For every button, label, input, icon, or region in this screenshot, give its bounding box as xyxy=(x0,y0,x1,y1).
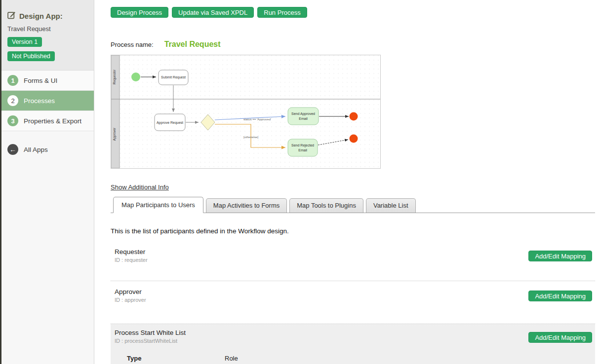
participant-name: Process Start White List xyxy=(115,329,595,336)
tab-map-tools-to-plugins[interactable]: Map Tools to Plugins xyxy=(289,198,363,213)
sidebar-header: Design App: Travel Request Version 1 Not… xyxy=(1,0,94,70)
participant-id: ID : processStartWhiteList xyxy=(115,338,595,344)
design-app-label: Design App: xyxy=(19,12,63,20)
process-name-row: Process name: Travel Request xyxy=(111,40,595,49)
add-edit-mapping-button-process-start-white-list[interactable]: Add/Edit Mapping xyxy=(528,332,592,343)
design-app-page: Design App: Travel Request Version 1 Not… xyxy=(0,0,600,364)
process-diagram-thumbnail: Requester Approver Submit Request Approv… xyxy=(111,55,381,169)
edge-label-otherwise: [otherwise] xyxy=(243,135,258,139)
mapping-tabs: Map Participants to Users Map Activities… xyxy=(111,197,595,213)
publish-status-badge: Not Published xyxy=(7,51,55,61)
tool-label: Email xyxy=(298,148,307,152)
design-process-button[interactable]: Design Process xyxy=(111,7,168,18)
update-xpdl-button[interactable]: Update via Saved XPDL xyxy=(172,7,254,18)
tool-send-approved-email xyxy=(288,108,319,125)
sidebar-item-forms-ui[interactable]: 1 Forms & UI xyxy=(1,71,94,91)
sidebar-nav: 1 Forms & UI 2 Processes 3 Properties & … xyxy=(1,70,94,131)
process-name-value: Travel Request xyxy=(164,40,221,49)
participant-name: Requester xyxy=(115,248,595,255)
add-edit-mapping-button-requester[interactable]: Add/Edit Mapping xyxy=(528,251,592,261)
tab-map-participants-to-users[interactable]: Map Participants to Users xyxy=(113,197,203,213)
activity-label: Submit Request xyxy=(161,75,186,79)
sidebar-item-processes[interactable]: 2 Processes xyxy=(1,91,94,111)
version-badge: Version 1 xyxy=(7,37,42,47)
step-3-badge: 3 xyxy=(7,115,18,126)
participants-intro-text: This is the list of participants defined… xyxy=(111,227,595,235)
process-toolbar: Design Process Update via Saved XPDL Run… xyxy=(111,7,595,18)
tool-label: Send Approved xyxy=(291,112,315,116)
all-apps-label: All Apps xyxy=(24,146,48,153)
tool-label: Send Rejected xyxy=(291,144,314,147)
participant-id: ID : requester xyxy=(115,257,595,263)
run-process-button[interactable]: Run Process xyxy=(257,7,307,18)
start-event-node xyxy=(131,73,140,81)
participant-row-requester: Requester ID : requester Add/Edit Mappin… xyxy=(111,245,595,281)
process-name-label: Process name: xyxy=(111,41,154,48)
step-2-badge: 2 xyxy=(7,95,18,106)
step-1-badge: 1 xyxy=(7,75,18,86)
participant-name: Approver xyxy=(115,288,595,295)
activity-label: Approve Request xyxy=(157,121,183,125)
main-content: Design Process Update via Saved XPDL Run… xyxy=(94,0,600,364)
mapping-type-label: Type xyxy=(127,355,225,362)
edge-label-approved: status == 'Approved' xyxy=(243,117,271,121)
end-event-node-approved xyxy=(350,112,358,121)
sidebar-dark-edge xyxy=(0,0,1,364)
sidebar: Design App: Travel Request Version 1 Not… xyxy=(0,0,94,364)
edit-pencil-icon xyxy=(7,11,16,21)
show-additional-info-link[interactable]: Show Additional Info xyxy=(111,183,169,191)
tab-map-activities-to-forms[interactable]: Map Activities to Forms xyxy=(206,198,287,213)
mapping-details: Type Role Value Admin xyxy=(127,355,595,364)
tool-label: Email xyxy=(299,117,308,120)
end-event-node-rejected xyxy=(350,135,358,143)
back-arrow-icon: ← xyxy=(7,144,18,155)
sidebar-item-properties-export[interactable]: 3 Properties & Export xyxy=(1,111,94,131)
tab-variable-list[interactable]: Variable List xyxy=(366,198,416,213)
sidebar-item-label: Properties & Export xyxy=(24,117,81,125)
sidebar-item-label: Forms & UI xyxy=(24,77,57,84)
lane-label-requester: Requester xyxy=(113,69,117,84)
sidebar-item-label: Processes xyxy=(24,97,55,105)
add-edit-mapping-button-approver[interactable]: Add/Edit Mapping xyxy=(528,291,592,301)
tool-send-rejected-email xyxy=(288,139,318,156)
app-name: Travel Request xyxy=(7,25,88,33)
participant-id: ID : approver xyxy=(115,297,595,303)
sidebar-item-all-apps[interactable]: ← All Apps xyxy=(1,140,94,159)
participant-list: Requester ID : requester Add/Edit Mappin… xyxy=(111,245,595,364)
participant-row-process-start-white-list: Process Start White List ID : processSta… xyxy=(111,324,595,364)
participant-row-approver: Approver ID : approver Add/Edit Mapping xyxy=(111,281,595,324)
lane-label-approver: Approver xyxy=(113,127,117,141)
mapping-type-value: Role xyxy=(225,355,238,362)
